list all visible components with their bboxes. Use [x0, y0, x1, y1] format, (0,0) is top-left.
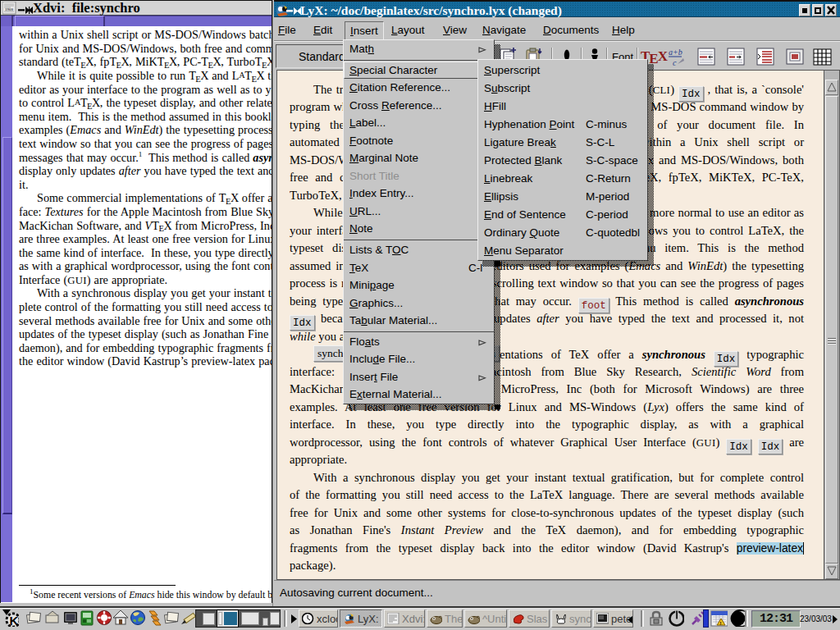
svg-text:a+b: a+b [669, 48, 682, 57]
svg-text:c: c [673, 58, 677, 67]
svg-text:1960: 1960 [5, 7, 14, 11]
svg-text:!: ! [720, 621, 722, 626]
svg-text:K: K [10, 614, 19, 628]
